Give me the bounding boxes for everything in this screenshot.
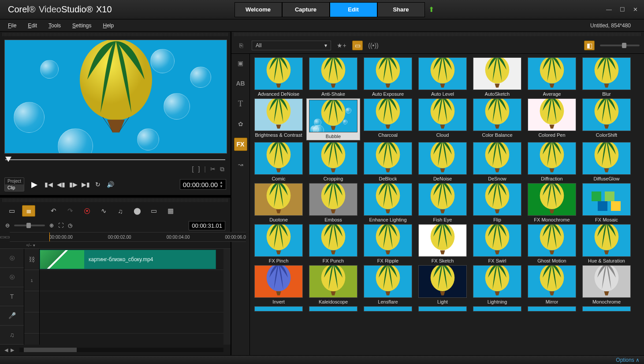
effect-fx-punch[interactable]: FX Punch	[306, 224, 360, 263]
track-voice[interactable]: 🎤	[0, 306, 24, 325]
effect-colored-pen[interactable]: Colored Pen	[525, 98, 579, 140]
effect-kaleidoscope[interactable]: Kaleidoscope	[306, 265, 360, 304]
effect-fx-mosaic[interactable]: FX Mosaic	[580, 183, 633, 222]
effect-autosketch[interactable]: AutoSketch	[470, 57, 524, 97]
panel-grip[interactable]	[3, 199, 228, 202]
tc-down[interactable]: ▼	[220, 184, 223, 188]
workflow-tab-welcome[interactable]: Welcome	[235, 2, 282, 17]
panel-grip[interactable]	[234, 33, 641, 36]
graphics-tab[interactable]: ✿	[234, 117, 247, 131]
thumbnail-size-icon[interactable]: ◧	[584, 41, 595, 50]
effect-mirror[interactable]: Mirror	[525, 265, 579, 304]
minimize-button[interactable]: —	[606, 6, 612, 13]
timeline-view-button[interactable]: ≣	[22, 205, 35, 217]
timeline-vscroll[interactable]	[223, 249, 231, 345]
track-link-2[interactable]: 1	[24, 270, 39, 291]
effect-fx-ripple[interactable]: FX Ripple	[361, 224, 415, 263]
view-thumbnail-icon[interactable]: ▭	[352, 41, 363, 50]
tl-mode-b[interactable]: ▭	[5, 234, 10, 240]
upload-icon[interactable]: ⬆	[425, 2, 438, 17]
effect-auto-exposure[interactable]: Auto Exposure	[361, 57, 415, 97]
timeline-clip[interactable]: картинг-близко_сбоку.mp4	[40, 250, 216, 269]
close-button[interactable]: ✕	[633, 6, 638, 13]
multiview-button[interactable]: ▦	[164, 205, 177, 217]
effect-average[interactable]: Average	[525, 57, 579, 97]
effect-hue-saturation[interactable]: Hue & Saturation	[580, 224, 633, 263]
effect-fx-sketch[interactable]: FX Sketch	[416, 224, 469, 263]
effect-light[interactable]: Light	[416, 265, 469, 304]
effect-fx-pinch[interactable]: FX Pinch	[252, 224, 305, 263]
preview-viewport[interactable]	[4, 40, 227, 154]
effect-colorshift[interactable]: ColorShift	[580, 98, 633, 140]
tl-scroll-left[interactable]: ◀	[4, 347, 8, 353]
timeline-ruler[interactable]: 00:00:00.0000:00:02.0000:00:04.0000:00:0…	[10, 232, 246, 242]
title-tab[interactable]: T	[234, 97, 247, 110]
effect-anti-shake[interactable]: Anti-Shake	[306, 57, 360, 97]
effect-flip[interactable]: Flip	[470, 183, 524, 222]
effect-monochrome[interactable]: Monochrome	[580, 265, 633, 304]
track-music[interactable]: ♫	[0, 326, 24, 345]
effect-partial[interactable]	[361, 306, 415, 311]
workflow-tab-edit[interactable]: Edit	[330, 2, 377, 17]
favorite-add-icon[interactable]: ★+	[336, 41, 347, 50]
record-button[interactable]: ⦿	[80, 205, 93, 217]
effect-invert[interactable]: Invert	[252, 265, 305, 304]
track-motion-button[interactable]: ⬤	[130, 205, 144, 217]
menu-help[interactable]: Help	[103, 23, 114, 29]
timeline-hscroll[interactable]	[19, 348, 223, 352]
effect-color-balance[interactable]: Color Balance	[470, 98, 524, 140]
go-end-button[interactable]: ▶▮	[81, 180, 90, 189]
menu-edit[interactable]: Edit	[28, 23, 37, 29]
media-tab[interactable]: ▣	[234, 56, 247, 70]
zoom-in-button[interactable]: ⊕	[49, 222, 54, 229]
effect-advanced-denoise[interactable]: Advanced DeNoise	[252, 57, 305, 97]
playhead[interactable]	[49, 233, 50, 241]
auto-music-button[interactable]: ♫	[114, 205, 127, 217]
storyboard-view-button[interactable]: ▭	[5, 205, 19, 217]
effect-denoise[interactable]: DeNoise	[416, 142, 469, 181]
effects-grid[interactable]: Advanced DeNoiseAnti-ShakeAuto ExposureA…	[250, 54, 644, 355]
effect-auto-level[interactable]: Auto Level	[416, 57, 469, 97]
filter-fx-tab[interactable]: FX	[234, 138, 247, 151]
track-title[interactable]: T	[0, 287, 24, 306]
effect-partial[interactable]	[525, 306, 579, 311]
effect-fx-monochrome[interactable]: FX Monochrome	[525, 183, 579, 222]
track-video-2[interactable]: ⦾	[0, 268, 24, 287]
cut-button[interactable]: ✂	[210, 165, 216, 173]
tl-scroll-right[interactable]: ▶	[11, 347, 14, 353]
menu-file[interactable]: File	[8, 23, 16, 29]
track-video-1[interactable]: ⦾	[0, 249, 24, 268]
go-start-button[interactable]: ▮◀	[44, 180, 53, 189]
library-expand-icon[interactable]: ⎘	[236, 41, 246, 50]
effect-comic[interactable]: Comic	[252, 142, 305, 181]
effect-duotone[interactable]: Duotone	[252, 183, 305, 222]
effect-lensflare[interactable]: Lensflare	[361, 265, 415, 304]
effect-cloud[interactable]: Cloud	[416, 98, 469, 140]
zoom-slider[interactable]	[14, 225, 45, 226]
next-frame-button[interactable]: ▮▶	[68, 180, 78, 189]
timecode[interactable]: 00:00:00.00 ▲▼	[180, 179, 226, 190]
mark-in-button[interactable]: [	[192, 165, 194, 173]
project-duration[interactable]: 00:00:31.01	[189, 221, 225, 230]
zoom-out-button[interactable]: ⊖	[5, 222, 10, 229]
scrubber[interactable]	[0, 156, 231, 164]
effect-bubble[interactable]: Bubble	[306, 98, 360, 140]
prev-frame-button[interactable]: ◀▮	[56, 180, 66, 189]
toggle-clip[interactable]: Clip	[5, 184, 24, 191]
effect-partial[interactable]	[306, 306, 360, 311]
effect-charcoal[interactable]: Charcoal	[361, 98, 415, 140]
effect-partial[interactable]	[470, 306, 524, 311]
workflow-tab-capture[interactable]: Capture	[282, 2, 330, 17]
volume-button[interactable]: 🔊	[105, 180, 115, 189]
menu-tools[interactable]: Tools	[48, 23, 61, 29]
project-clip-toggle[interactable]: Project Clip	[4, 177, 24, 191]
effect-brightness-contrast[interactable]: Brightness & Contrast	[252, 98, 305, 140]
effect-fx-swirl[interactable]: FX Swirl	[470, 224, 524, 263]
effect-desnow[interactable]: DeSnow	[470, 142, 524, 181]
split-button[interactable]: ⧉	[220, 165, 224, 173]
track-link-1[interactable]: ⛓	[24, 249, 39, 270]
mark-out-button[interactable]: ]	[198, 165, 200, 173]
fit-project-button[interactable]: ⛶	[58, 222, 63, 229]
effect-cropping[interactable]: Cropping	[306, 142, 360, 181]
audio-mixer-button[interactable]: ∿	[97, 205, 110, 217]
